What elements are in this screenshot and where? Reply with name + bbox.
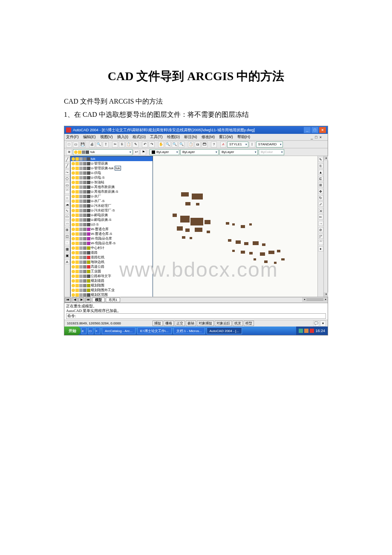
lwt-toggle[interactable]: 线宽 bbox=[233, 321, 243, 326]
model-toggle[interactable]: 模型 bbox=[244, 321, 254, 326]
layer-row[interactable]: U-邮电设施 bbox=[71, 213, 153, 217]
open-icon[interactable]: ▭ bbox=[73, 142, 79, 147]
layer-row[interactable]: U-管理设施 bbox=[71, 161, 153, 166]
minimize-button[interactable]: _ bbox=[304, 127, 311, 133]
task-word[interactable]: 文档 1 - Micros... bbox=[173, 327, 205, 334]
textstyle-combo[interactable]: STYLE1 bbox=[227, 142, 248, 147]
copy-icon[interactable]: ⎘ bbox=[119, 142, 125, 147]
scroll-left-icon[interactable]: ◂ bbox=[302, 298, 306, 302]
snap-toggle[interactable]: 捕捉 bbox=[153, 321, 163, 326]
start-button[interactable]: 开始 bbox=[64, 327, 81, 335]
dimstyle-combo[interactable]: STANDARD bbox=[256, 142, 283, 147]
dimstyle-icon[interactable]: ⟟ bbox=[249, 142, 255, 147]
offset-icon[interactable]: ⊏ bbox=[318, 176, 323, 181]
block-icon[interactable]: ◫ bbox=[65, 234, 70, 239]
circle-icon[interactable]: ○ bbox=[65, 195, 70, 200]
comm-icon[interactable]: 💬 bbox=[313, 321, 319, 327]
chamfer-icon[interactable]: ◸ bbox=[318, 234, 323, 239]
tab-next-icon[interactable]: ▶ bbox=[78, 298, 84, 303]
menu-view[interactable]: 视图(V) bbox=[100, 134, 113, 140]
menu-tools[interactable]: 工具(T) bbox=[150, 134, 163, 140]
tray-icon-2[interactable] bbox=[304, 329, 308, 333]
menu-draw[interactable]: 绘图(D) bbox=[167, 134, 180, 140]
grid-toggle[interactable]: 栅格 bbox=[164, 321, 174, 326]
menu-help[interactable]: 帮助(H) bbox=[237, 134, 251, 140]
rect-icon[interactable]: ▭ bbox=[65, 182, 70, 188]
print-icon[interactable]: 🖨 bbox=[89, 142, 95, 147]
tab-prev-icon[interactable]: ◀ bbox=[72, 298, 78, 303]
tab-last-icon[interactable]: ⏭ bbox=[85, 298, 91, 303]
layer-row[interactable]: U2-S bbox=[71, 222, 153, 227]
menu-modify[interactable]: 修改(M) bbox=[202, 134, 215, 140]
menu-edit[interactable]: 编辑(E) bbox=[83, 134, 96, 140]
hatch-icon[interactable]: ▦ bbox=[65, 246, 70, 251]
scroll-up-icon[interactable]: ▴ bbox=[324, 156, 328, 160]
xline-icon[interactable]: ╱ bbox=[65, 163, 70, 168]
point-icon[interactable]: · bbox=[65, 240, 70, 245]
break-icon[interactable]: ⊘ bbox=[318, 227, 323, 232]
drawing-canvas[interactable]: tukU-管理设施U-管理设施-tuk tukU-供电U-供电-SU-加油站U-… bbox=[70, 156, 317, 297]
layer-states-icon[interactable]: ⚑ bbox=[140, 149, 146, 155]
ortho-toggle[interactable]: 正交 bbox=[175, 321, 185, 326]
pan-icon[interactable]: ✋ bbox=[158, 142, 164, 147]
scroll-thumb[interactable] bbox=[306, 298, 323, 301]
layer-row[interactable]: 规划区范围 bbox=[71, 292, 153, 297]
layer-row[interactable]: U-加油站 bbox=[71, 180, 153, 185]
task-arccatalog[interactable]: ArcCatalog - Arc... bbox=[102, 327, 135, 334]
linetype-combo[interactable]: ByLayer bbox=[180, 149, 219, 155]
layer-row[interactable]: U-邮电设施-S bbox=[71, 217, 153, 222]
dc-icon[interactable]: 🗂 bbox=[195, 142, 201, 147]
horizontal-scrollbar[interactable]: ◂ ▸ bbox=[121, 297, 328, 301]
trim-icon[interactable]: ✂ bbox=[318, 214, 323, 220]
quicklaunch-ie-icon[interactable]: e bbox=[81, 327, 86, 334]
layer-row[interactable]: 道路红线 bbox=[71, 255, 153, 260]
task-autocad[interactable]: AutoCAD 2004 - [... bbox=[207, 327, 242, 334]
layer-prev-icon[interactable]: ↩ bbox=[133, 149, 139, 155]
layer-dropdown[interactable]: tukU-管理设施U-管理设施-tuk tukU-供电U-供电-SU-加油站U-… bbox=[70, 156, 153, 297]
scroll-down-icon[interactable]: ▾ bbox=[324, 292, 328, 297]
props-icon[interactable]: 📋 bbox=[188, 142, 194, 147]
zoom-rt-icon[interactable]: 🔍 bbox=[165, 142, 171, 147]
insert-icon[interactable]: ⊞ bbox=[65, 227, 70, 232]
layer-row[interactable]: U-污水处理厂-S bbox=[71, 208, 153, 213]
layer-row[interactable]: U-污水处理厂 bbox=[71, 203, 153, 208]
inner-window-controls[interactable]: _ □ × bbox=[311, 135, 322, 139]
menu-file[interactable]: 文件(F) bbox=[66, 134, 79, 140]
menu-window[interactable]: 窗口(W) bbox=[219, 134, 233, 140]
rotate-icon[interactable]: ↻ bbox=[318, 195, 323, 200]
paste-icon[interactable]: 📋 bbox=[126, 142, 132, 147]
otrack-toggle[interactable]: 对象追踪 bbox=[215, 321, 232, 326]
lineweight-combo[interactable]: ByLayer bbox=[219, 149, 258, 155]
extend-icon[interactable]: → bbox=[318, 221, 323, 226]
layer-row[interactable]: W-普通仓库 bbox=[71, 227, 153, 231]
textstyle-icon[interactable]: A bbox=[220, 142, 226, 147]
osnap-toggle[interactable]: 对象捕捉 bbox=[197, 321, 214, 326]
copy-obj-icon[interactable]: ⎘ bbox=[318, 163, 323, 168]
quicklaunch-desktop-icon[interactable]: ▭ bbox=[88, 327, 93, 334]
maximize-button[interactable]: □ bbox=[311, 127, 318, 133]
save-icon[interactable]: 💾 bbox=[80, 142, 86, 147]
layer-row[interactable]: W-危险品仓库 bbox=[71, 236, 153, 241]
ellipse-icon[interactable]: ⬭ bbox=[65, 214, 70, 220]
layer-row[interactable]: 工业园 bbox=[71, 269, 153, 274]
ellipse-arc-icon[interactable]: ⌓ bbox=[65, 221, 70, 226]
layer-row[interactable]: U-水厂-S bbox=[71, 199, 153, 203]
help-icon[interactable]: ? bbox=[211, 142, 217, 147]
close-button[interactable]: × bbox=[319, 127, 326, 133]
line-icon[interactable]: ╱ bbox=[65, 157, 70, 162]
tab-first-icon[interactable]: ⏮ bbox=[65, 298, 71, 303]
command-input[interactable]: 命令: bbox=[66, 313, 326, 319]
pline-icon[interactable]: ⤳ bbox=[65, 170, 70, 175]
layer-row[interactable]: U-其他市政设施 bbox=[71, 185, 153, 189]
scale-icon[interactable]: ⤢ bbox=[318, 202, 323, 207]
layer-row[interactable]: 公路标导文字 bbox=[71, 274, 153, 278]
erase-icon[interactable]: ✎ bbox=[318, 157, 323, 162]
move-icon[interactable]: ✥ bbox=[318, 189, 323, 194]
revcloud-icon[interactable]: ☁ bbox=[65, 202, 70, 207]
layer-row[interactable]: W-普通仓库-S bbox=[71, 231, 153, 236]
redo-icon[interactable]: ↷ bbox=[149, 142, 155, 147]
zoom-prev-icon[interactable]: 🔍 bbox=[179, 142, 184, 147]
layer-mgr-icon[interactable]: ≋ bbox=[66, 149, 72, 155]
menu-dim[interactable]: 标注(N) bbox=[184, 134, 197, 140]
tray-icon-3[interactable] bbox=[310, 329, 314, 333]
